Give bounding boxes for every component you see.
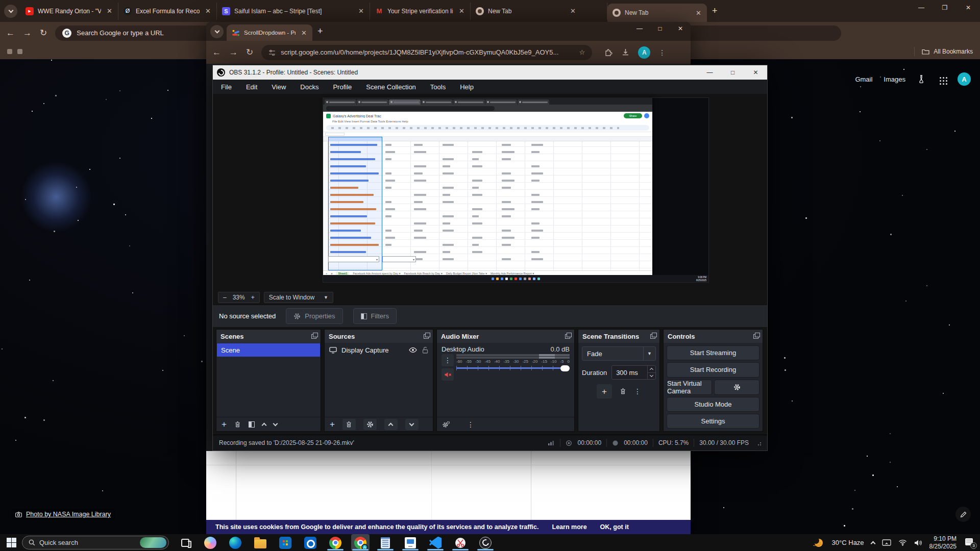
wallpaper-attribution[interactable]: Photo by NASA Image Library <box>11 509 115 520</box>
move-scene-up-button[interactable] <box>261 422 266 428</box>
profile-avatar[interactable]: A <box>958 72 971 86</box>
address-bar[interactable]: script.google.com/u/0/home/projects/1JQM… <box>261 45 592 60</box>
taskbar-search[interactable]: Quick search <box>22 536 169 549</box>
file-explorer-button[interactable] <box>251 534 270 551</box>
remove-scene-button[interactable] <box>234 421 241 428</box>
copilot-button[interactable] <box>201 534 219 551</box>
start-recording-button[interactable]: Start Recording <box>667 362 760 377</box>
restore-button[interactable]: ❐ <box>933 0 957 15</box>
popout-icon[interactable] <box>424 334 429 339</box>
add-transition-button[interactable]: + <box>597 384 612 398</box>
google-apps-icon[interactable] <box>937 74 946 84</box>
bookmark-star-icon[interactable]: ☆ <box>579 48 585 56</box>
taskbar-clock[interactable]: 9:10 PM 8/25/2025 <box>929 535 957 550</box>
start-virtual-camera-button[interactable]: Start Virtual Camera <box>667 380 712 395</box>
menu-item[interactable]: Docks <box>300 83 318 91</box>
remove-transition-button[interactable] <box>620 388 626 395</box>
bookmark-favicon[interactable] <box>17 49 22 54</box>
menu-item[interactable]: File <box>221 83 232 91</box>
lock-open-icon[interactable] <box>422 346 428 354</box>
maximize-button[interactable]: □ <box>721 65 744 80</box>
resize-grip[interactable] <box>756 440 761 445</box>
tab-excel-formula[interactable]: Ø Excel Formula for Record Count ✕ <box>118 3 217 20</box>
notification-center-button[interactable]: 3 <box>964 538 975 547</box>
forward-icon[interactable]: → <box>229 48 238 57</box>
duration-decrease-button[interactable] <box>648 372 655 380</box>
cookie-learn-more-link[interactable]: Learn more <box>552 523 587 531</box>
scene-filters-icon[interactable] <box>249 421 255 428</box>
profile-avatar[interactable]: A <box>638 46 650 59</box>
menu-item[interactable]: Scene Collection <box>366 83 416 91</box>
taskpro-button[interactable] <box>401 534 420 551</box>
move-source-down-button[interactable] <box>405 419 419 430</box>
gmail-link[interactable]: Gmail <box>855 76 872 83</box>
volume-icon[interactable] <box>914 539 922 546</box>
close-button[interactable]: ✕ <box>957 0 980 15</box>
downloads-icon[interactable] <box>621 48 630 57</box>
popout-icon[interactable] <box>650 334 655 339</box>
customize-background-button[interactable] <box>955 507 971 522</box>
remove-source-button[interactable] <box>342 419 356 430</box>
notepad-button[interactable] <box>376 534 395 551</box>
close-tab-icon[interactable]: ✕ <box>457 7 466 15</box>
transition-properties-button[interactable]: ⋮ <box>634 387 641 395</box>
obs-titlebar[interactable]: OBS 31.1.2 - Profile: Untitled - Scenes:… <box>213 65 767 80</box>
chrome-button[interactable] <box>326 534 345 551</box>
duration-increase-button[interactable] <box>648 366 655 372</box>
all-bookmarks[interactable]: All Bookmarks <box>914 47 973 56</box>
menu-item[interactable]: View <box>272 83 286 91</box>
source-properties-button[interactable] <box>363 419 377 430</box>
move-scene-down-button[interactable] <box>273 421 278 426</box>
store-button[interactable] <box>276 534 295 551</box>
start-streaming-button[interactable]: Start Streaming <box>667 345 760 360</box>
maximize-button[interactable]: □ <box>650 22 670 35</box>
close-tab-icon[interactable]: ✕ <box>105 7 114 15</box>
close-tab-icon[interactable]: ✕ <box>204 7 212 15</box>
settings-button[interactable]: Settings <box>667 414 760 429</box>
scene-list-item[interactable]: Scene <box>217 343 320 357</box>
zoom-out-button[interactable]: – <box>223 294 227 301</box>
popout-icon[interactable] <box>311 334 316 339</box>
snipping-tool-button[interactable] <box>451 534 470 551</box>
vscode-button[interactable] <box>426 534 445 551</box>
minimize-button[interactable]: — <box>910 0 933 15</box>
menu-item[interactable]: Profile <box>333 83 352 91</box>
visibility-eye-icon[interactable] <box>409 347 417 353</box>
wifi-icon[interactable] <box>898 539 907 546</box>
zoom-in-button[interactable]: + <box>251 294 255 301</box>
menu-item[interactable]: Tools <box>430 83 446 91</box>
bookmark-favicon[interactable] <box>7 49 12 54</box>
menu-icon[interactable]: ⋮ <box>658 48 666 57</box>
labs-icon[interactable] <box>917 74 926 84</box>
tab-search-button[interactable] <box>210 25 224 38</box>
extensions-icon[interactable] <box>604 48 613 57</box>
transition-dropdown[interactable]: Fade ▼ <box>582 346 656 361</box>
chrome-profile-button[interactable]: A <box>351 534 370 551</box>
search-highlight-image[interactable] <box>140 537 166 548</box>
tab-project-editor[interactable]: ScrollDropdown - Project Editor ✕ <box>227 24 312 41</box>
scale-mode-dropdown[interactable]: Scale to Window ▼ <box>264 292 333 303</box>
mixer-menu-button[interactable]: ⋮ <box>467 420 474 429</box>
menu-item[interactable]: Edit <box>246 83 257 91</box>
reload-icon[interactable]: ↻ <box>40 29 47 37</box>
weather-widget[interactable]: 30°C Haze <box>832 539 864 546</box>
mute-button[interactable] <box>442 368 454 381</box>
minimize-button[interactable]: — <box>629 22 650 35</box>
tab-stripe[interactable]: S Saiful Islam – abc – Stripe [Test] ✕ <box>217 3 370 20</box>
close-tab-icon[interactable]: ✕ <box>357 7 365 15</box>
source-list-item[interactable]: Display Capture <box>325 343 433 357</box>
images-link[interactable]: Images <box>884 76 905 83</box>
hidden-icons-chevron[interactable] <box>870 541 875 546</box>
properties-button[interactable]: Properties <box>286 308 342 324</box>
tab-new-tab[interactable]: New Tab ✕ <box>471 3 607 20</box>
add-source-button[interactable]: + <box>330 420 335 429</box>
popout-icon[interactable] <box>565 334 570 339</box>
tab-gmail[interactable]: M Your Stripe verification link - ans ✕ <box>370 3 471 20</box>
mixer-options-button[interactable]: ⋮ <box>442 354 454 366</box>
close-button[interactable]: ✕ <box>744 65 767 80</box>
tab-youtube[interactable]: ▶ WWE Randy Orton - "Voices" Th ✕ <box>20 3 118 20</box>
cast-icon[interactable] <box>882 539 891 546</box>
volume-slider[interactable] <box>456 365 570 372</box>
forward-icon[interactable]: → <box>23 29 32 37</box>
add-scene-button[interactable]: + <box>222 420 227 429</box>
